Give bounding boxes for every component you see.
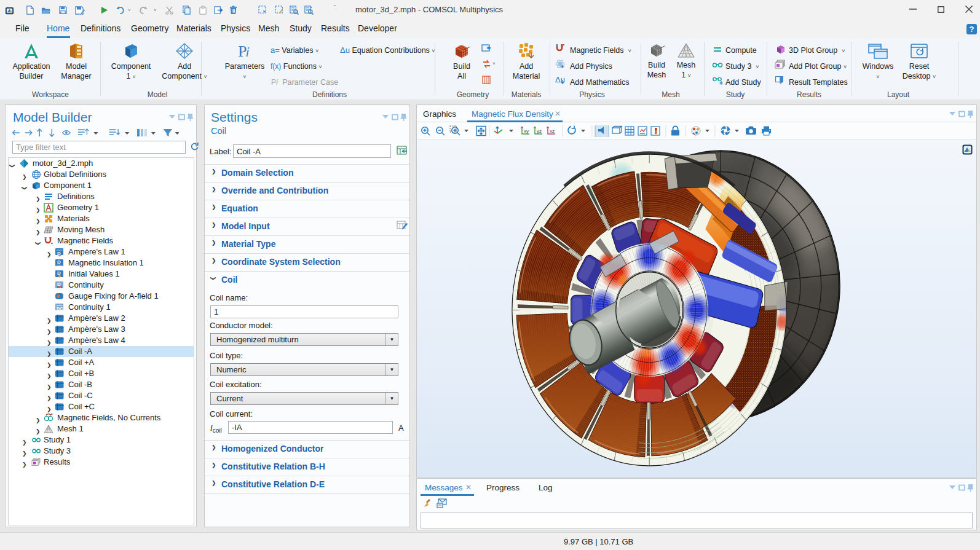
svg-text:𝑖: 𝑖 <box>246 45 250 59</box>
svg-text:xy: xy <box>524 128 529 134</box>
svg-text:yz: yz <box>537 128 542 134</box>
svg-text:xz: xz <box>550 128 555 134</box>
